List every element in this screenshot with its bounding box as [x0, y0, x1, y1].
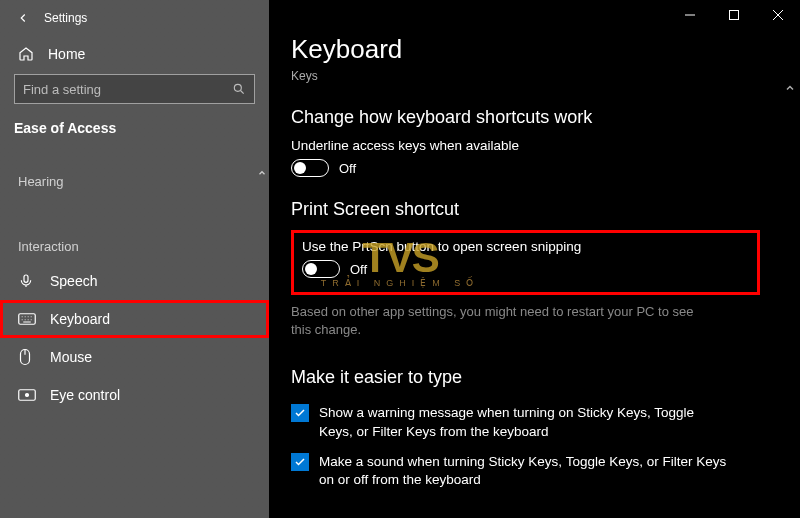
warning-checkbox-row[interactable]: Show a warning message when turning on S… [291, 398, 731, 446]
underline-access-keys-toggle[interactable] [291, 159, 329, 177]
prtscn-label: Use the PrtScn button to open screen sni… [302, 239, 749, 254]
app-title: Settings [44, 11, 87, 25]
section-printscreen-heading: Print Screen shortcut [291, 199, 760, 220]
category-title: Ease of Access [0, 116, 269, 150]
home-icon [18, 46, 34, 62]
underline-toggle-state: Off [339, 161, 356, 176]
sidebar-item-label: Speech [50, 273, 97, 289]
prtscn-description: Based on other app settings, you might n… [291, 303, 711, 339]
svg-rect-1 [24, 275, 28, 282]
eye-control-icon [18, 386, 36, 404]
group-interaction-label: Interaction [0, 197, 269, 262]
warning-checkbox-label: Show a warning message when turning on S… [319, 404, 731, 440]
sidebar-item-eye-control[interactable]: Eye control [0, 376, 269, 414]
scroll-up-icon[interactable] [257, 168, 267, 178]
sidebar: Settings Home Find a setting Ease of Acc… [0, 0, 269, 518]
mouse-icon [18, 348, 36, 366]
search-input[interactable]: Find a setting [14, 74, 255, 104]
group-hearing-label: Hearing [0, 150, 269, 197]
svg-point-0 [234, 84, 241, 91]
sidebar-item-keyboard[interactable]: Keyboard [0, 300, 269, 338]
page-subtitle: Keys [291, 69, 760, 83]
sound-checkbox-label: Make a sound when turning Sticky Keys, T… [319, 453, 731, 489]
checkbox-checked-icon [291, 453, 309, 471]
titlebar-left: Settings [0, 6, 269, 36]
page-title: Keyboard [291, 34, 760, 65]
sidebar-item-label: Keyboard [50, 311, 110, 327]
prtscn-toggle-state: Off [350, 262, 367, 277]
sidebar-item-speech[interactable]: Speech [0, 262, 269, 300]
svg-point-5 [26, 394, 29, 397]
search-icon [232, 82, 246, 96]
sidebar-item-label: Mouse [50, 349, 92, 365]
microphone-icon [18, 272, 36, 290]
underline-access-keys-label: Underline access keys when available [291, 138, 760, 153]
sidebar-item-mouse[interactable]: Mouse [0, 338, 269, 376]
home-label: Home [48, 46, 85, 62]
settings-window: Settings Home Find a setting Ease of Acc… [0, 0, 800, 518]
keyboard-icon [18, 310, 36, 328]
back-arrow-icon[interactable] [16, 10, 32, 26]
sidebar-item-label: Eye control [50, 387, 120, 403]
main-panel: Keyboard Keys Change how keyboard shortc… [269, 0, 800, 518]
section-easier-heading: Make it easier to type [291, 367, 760, 388]
sidebar-home[interactable]: Home [0, 36, 269, 74]
printscreen-highlight: Use the PrtScn button to open screen sni… [291, 230, 760, 295]
checkbox-checked-icon [291, 404, 309, 422]
content: Keyboard Keys Change how keyboard shortc… [269, 0, 800, 495]
sound-checkbox-row[interactable]: Make a sound when turning Sticky Keys, T… [291, 447, 731, 495]
svg-rect-2 [19, 314, 36, 325]
search-placeholder: Find a setting [23, 82, 101, 97]
section-shortcuts-heading: Change how keyboard shortcuts work [291, 107, 760, 128]
prtscn-toggle[interactable] [302, 260, 340, 278]
